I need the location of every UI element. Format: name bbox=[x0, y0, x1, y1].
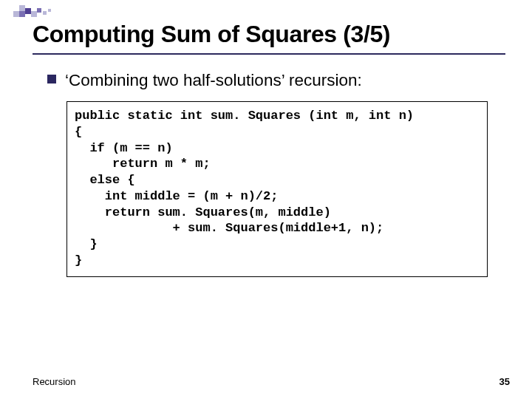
page-title: Computing Sum of Squares (3/5) bbox=[33, 21, 513, 48]
code-block: public static int sum. Squares (int m, i… bbox=[75, 108, 480, 269]
svg-rect-6 bbox=[43, 11, 47, 15]
svg-rect-1 bbox=[19, 5, 25, 11]
slide: Computing Sum of Squares (3/5) ‘Combinin… bbox=[0, 0, 532, 399]
footer-left: Recursion bbox=[33, 376, 76, 387]
svg-rect-2 bbox=[19, 11, 25, 17]
slide-number: 35 bbox=[499, 376, 510, 387]
footer: Recursion 35 bbox=[33, 376, 510, 387]
svg-rect-7 bbox=[48, 9, 51, 12]
svg-rect-3 bbox=[25, 8, 31, 14]
corner-decoration bbox=[13, 4, 58, 19]
bullet-item: ‘Combining two half-solutions’ recursion… bbox=[47, 69, 502, 91]
code-box: public static int sum. Squares (int m, i… bbox=[66, 101, 488, 277]
square-bullet-icon bbox=[47, 75, 56, 83]
body: ‘Combining two half-solutions’ recursion… bbox=[0, 55, 532, 277]
svg-rect-5 bbox=[37, 8, 41, 13]
title-area: Computing Sum of Squares (3/5) bbox=[0, 0, 532, 50]
svg-rect-0 bbox=[13, 11, 19, 17]
bullet-text: ‘Combining two half-solutions’ recursion… bbox=[65, 69, 362, 91]
svg-rect-4 bbox=[31, 11, 37, 17]
